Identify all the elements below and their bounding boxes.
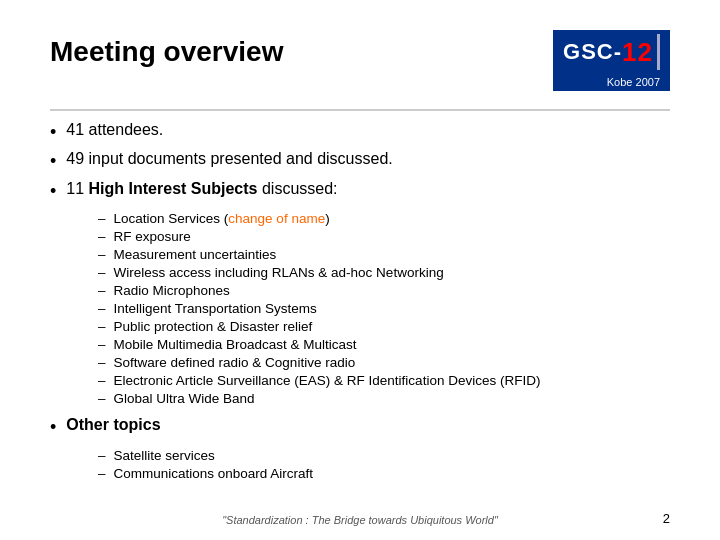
sub-items-list: – Location Services (change of name) – R…	[50, 211, 670, 406]
sub-item-4: – Wireless access including RLANs & ad-h…	[98, 265, 670, 280]
sub-item-3: – Measurement uncertainties	[98, 247, 670, 262]
bullet-text-1: 41 attendees.	[66, 121, 163, 139]
other-sub-list: – Satellite services – Communications on…	[50, 448, 670, 481]
bullet-dot-2: •	[50, 150, 56, 173]
logo-gsc-text: GSC-	[563, 39, 622, 65]
sub-item-1: – Location Services (change of name)	[98, 211, 670, 226]
other-topics-item: • Other topics	[50, 416, 670, 439]
dash-7: –	[98, 319, 106, 334]
sub-text-1: Location Services (change of name)	[114, 211, 330, 226]
other-sub-item-1: – Satellite services	[98, 448, 670, 463]
other-topics-label: Other topics	[66, 416, 160, 434]
dash-9: –	[98, 355, 106, 370]
dash-10: –	[98, 373, 106, 388]
bullet-text-2: 49 input documents presented and discuss…	[66, 150, 392, 168]
sub-text-11: Global Ultra Wide Band	[114, 391, 255, 406]
dash-1: –	[98, 211, 106, 226]
dash-5: –	[98, 283, 106, 298]
sub-text-7: Public protection & Disaster relief	[114, 319, 313, 334]
main-bullet-list: • 41 attendees. • 49 input documents pre…	[50, 121, 670, 203]
sub-text-5: Radio Microphones	[114, 283, 230, 298]
bullet-item-3: • 11 High Interest Subjects discussed:	[50, 180, 670, 203]
footer: "Standardization : The Bridge towards Ub…	[0, 514, 720, 526]
sub-text-3: Measurement uncertainties	[114, 247, 277, 262]
other-sub-text-2: Communications onboard Aircraft	[114, 466, 314, 481]
other-sub-text-1: Satellite services	[114, 448, 215, 463]
dash-11: –	[98, 391, 106, 406]
slide-title: Meeting overview	[50, 36, 283, 68]
sub-text-8: Mobile Multimedia Broadcast & Multicast	[114, 337, 357, 352]
dash-2: –	[98, 229, 106, 244]
bullet-text-3: 11 High Interest Subjects discussed:	[66, 180, 337, 198]
dash-8: –	[98, 337, 106, 352]
sub-text-9: Software defined radio & Cognitive radio	[114, 355, 356, 370]
dash-3: –	[98, 247, 106, 262]
logo-bar	[657, 34, 660, 70]
sub-item-5: – Radio Microphones	[98, 283, 670, 298]
sub-item-11: – Global Ultra Wide Band	[98, 391, 670, 406]
other-dash-2: –	[98, 466, 106, 481]
sub-item-9: – Software defined radio & Cognitive rad…	[98, 355, 670, 370]
sub-text-4: Wireless access including RLANs & ad-hoc…	[114, 265, 444, 280]
divider	[50, 109, 670, 111]
logo: GSC-12 Kobe 2007	[553, 30, 670, 91]
logo-kobe: Kobe 2007	[553, 74, 670, 91]
slide-header: Meeting overview GSC-12 Kobe 2007	[50, 30, 670, 91]
footer-text: "Standardization : The Bridge towards Ub…	[222, 514, 498, 526]
sub-item-2: – RF exposure	[98, 229, 670, 244]
bullet-dot-3: •	[50, 180, 56, 203]
sub-text-10: Electronic Article Surveillance (EAS) & …	[114, 373, 541, 388]
other-sub-item-2: – Communications onboard Aircraft	[98, 466, 670, 481]
bullet-dot-1: •	[50, 121, 56, 144]
other-topics-bullet: • Other topics	[50, 416, 670, 439]
page-number: 2	[663, 511, 670, 526]
dash-4: –	[98, 265, 106, 280]
sub-item-6: – Intelligent Transportation Systems	[98, 301, 670, 316]
sub-text-6: Intelligent Transportation Systems	[114, 301, 317, 316]
other-bullet-dot: •	[50, 416, 56, 439]
logo-gsc: GSC-12	[553, 30, 670, 74]
highlight-text: change of name	[228, 211, 325, 226]
sub-item-10: – Electronic Article Surveillance (EAS) …	[98, 373, 670, 388]
dash-6: –	[98, 301, 106, 316]
sub-text-2: RF exposure	[114, 229, 191, 244]
sub-item-7: – Public protection & Disaster relief	[98, 319, 670, 334]
slide: Meeting overview GSC-12 Kobe 2007 • 41 a…	[0, 0, 720, 540]
bullet-item-2: • 49 input documents presented and discu…	[50, 150, 670, 173]
logo-gsc-number: 12	[622, 37, 653, 68]
sub-item-8: – Mobile Multimedia Broadcast & Multicas…	[98, 337, 670, 352]
other-dash-1: –	[98, 448, 106, 463]
bullet-item-1: • 41 attendees.	[50, 121, 670, 144]
